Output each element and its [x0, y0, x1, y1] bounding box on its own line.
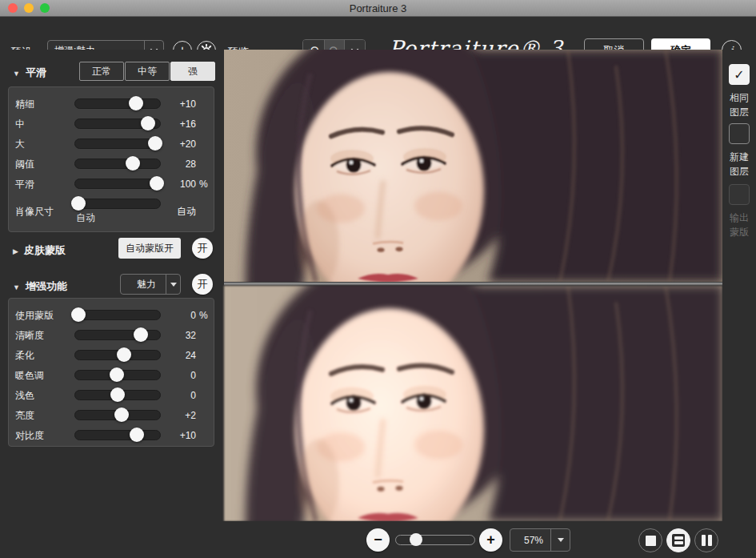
slider-row: 使用蒙版0%	[9, 305, 214, 325]
slider-track[interactable]	[74, 179, 161, 189]
slider-thumb[interactable]	[117, 347, 131, 362]
slider-row: 平滑100%	[9, 174, 214, 194]
window-titlebar: Portraiture 3	[0, 0, 756, 17]
slider-label: 柔化	[15, 348, 34, 362]
plus-icon: +	[486, 532, 495, 548]
slider-track[interactable]	[74, 370, 161, 380]
settings-panel: ▼平滑 正常中等强 精细+10中+16大+20阈值28平滑100%肖像尺寸自动自…	[0, 50, 222, 558]
slider-label: 浅色	[15, 388, 34, 402]
checkbox-checked[interactable]: ✓	[729, 64, 750, 85]
view-single-button[interactable]	[638, 528, 662, 552]
checkbox[interactable]	[729, 123, 750, 144]
slider-track[interactable]	[74, 98, 161, 109]
slider-row: 肖像尺寸自动自动	[9, 194, 214, 228]
skin-mask-toggle[interactable]: 开	[192, 238, 213, 259]
collapsed-triangle-icon: ▶	[13, 247, 18, 255]
slider-track[interactable]	[74, 118, 161, 129]
slider-row: 亮度+2	[9, 405, 214, 425]
slider-label: 大	[15, 137, 25, 151]
zoom-out-button[interactable]: −	[366, 528, 390, 552]
smoothing-title: 平滑	[26, 66, 46, 78]
slider-track[interactable]	[74, 390, 161, 400]
layer-output-option: 输出蒙版	[722, 184, 756, 239]
slider-sub-label: 自动	[76, 211, 95, 225]
slider-row: 暖色调0	[9, 365, 214, 385]
zoom-level-dropdown[interactable]: 57%	[510, 528, 570, 552]
slider-label: 对比度	[15, 428, 44, 442]
rail-item-label: 输出蒙版	[722, 211, 756, 239]
slider-thumb[interactable]	[110, 387, 125, 402]
slider-track[interactable]	[74, 138, 161, 149]
slider-value: 0	[158, 370, 196, 381]
triangle-down-icon	[170, 283, 177, 287]
slider-track[interactable]	[74, 310, 161, 320]
slider-track[interactable]	[74, 199, 161, 209]
slider-label: 平滑	[15, 177, 34, 191]
slider-track[interactable]	[74, 159, 161, 169]
slider-row: 中+16	[9, 114, 214, 134]
zoom-slider-thumb[interactable]	[410, 533, 422, 546]
slider-thumb[interactable]	[134, 327, 148, 342]
slider-track[interactable]	[74, 350, 161, 360]
slider-thumb[interactable]	[71, 196, 86, 211]
rail-item-label: 相同图层	[722, 90, 756, 119]
minus-icon: −	[374, 532, 382, 548]
slider-thumb[interactable]	[141, 116, 155, 130]
enhancement-slider-group: 使用蒙版0%清晰度32柔化24暖色调0浅色0亮度+2对比度+10	[8, 298, 214, 447]
smoothing-mode-button[interactable]: 强	[170, 62, 215, 81]
slider-row: 大+20	[9, 134, 214, 154]
slider-row: 阈值28	[9, 154, 214, 174]
smoothing-mode-button[interactable]: 正常	[79, 62, 124, 81]
slider-value: +2	[158, 410, 196, 421]
view-horizontal-split-button[interactable]	[666, 528, 690, 552]
enhancement-preset-arrow[interactable]	[166, 275, 180, 294]
slider-value: 32	[158, 330, 196, 341]
zoom-level-value: 57%	[510, 535, 550, 546]
enhancement-section-header[interactable]: ▼增强功能	[13, 279, 67, 294]
slider-value: +10	[158, 430, 196, 441]
auto-mask-button[interactable]: 自动蒙版开	[118, 238, 181, 259]
zoom-slider[interactable]	[395, 535, 475, 545]
slider-thumb[interactable]	[110, 367, 124, 382]
slider-label: 暖色调	[15, 368, 44, 382]
output-options-rail: ✓相同图层新建图层输出蒙版	[722, 50, 756, 521]
slider-value: +20	[158, 138, 196, 150]
slider-value: 0	[158, 310, 196, 321]
preview-before-image[interactable]	[224, 50, 722, 282]
slider-thumb[interactable]	[114, 407, 129, 422]
smoothing-mode-buttons: 正常中等强	[79, 62, 215, 81]
slider-value: +16	[158, 118, 196, 130]
enhancement-preset-value: 魅力	[121, 278, 166, 291]
preview-after-image[interactable]	[224, 286, 722, 521]
slider-row: 精细+10	[9, 94, 214, 114]
zoom-level-arrow[interactable]	[550, 529, 570, 551]
slider-thumb[interactable]	[71, 307, 86, 322]
slider-track[interactable]	[74, 330, 161, 340]
view-vertical-split-button[interactable]	[694, 528, 718, 552]
zoom-in-button[interactable]: +	[479, 528, 502, 552]
slider-thumb[interactable]	[126, 156, 140, 171]
slider-thumb[interactable]	[130, 428, 144, 442]
enhancement-title: 增强功能	[26, 280, 67, 292]
slider-thumb[interactable]	[129, 96, 143, 110]
slider-value: 100	[158, 179, 196, 190]
slider-label: 阈值	[15, 157, 34, 171]
window-title: Portraiture 3	[0, 2, 756, 14]
enhancement-toggle[interactable]: 开	[192, 274, 213, 295]
horizontal-split-icon	[672, 534, 685, 547]
slider-row: 对比度+10	[9, 425, 214, 445]
skin-mask-title: 皮肤蒙版	[24, 244, 66, 256]
smoothing-section-header[interactable]: ▼平滑	[13, 66, 46, 80]
smoothing-slider-group: 精细+10中+16大+20阈值28平滑100%肖像尺寸自动自动	[8, 86, 214, 232]
slider-unit: %	[199, 179, 212, 190]
smoothing-mode-button[interactable]: 中等	[125, 62, 170, 81]
rail-item-label: 新建图层	[722, 150, 756, 179]
slider-track[interactable]	[74, 410, 161, 420]
slider-track[interactable]	[74, 430, 161, 440]
skin-mask-section-header[interactable]: ▶皮肤蒙版	[13, 243, 66, 258]
enhancement-preset-dropdown[interactable]: 魅力	[120, 274, 181, 295]
slider-value: 自动	[158, 204, 196, 218]
slider-label: 亮度	[15, 408, 34, 422]
slider-value: 24	[158, 350, 196, 361]
preview-area	[224, 50, 722, 521]
